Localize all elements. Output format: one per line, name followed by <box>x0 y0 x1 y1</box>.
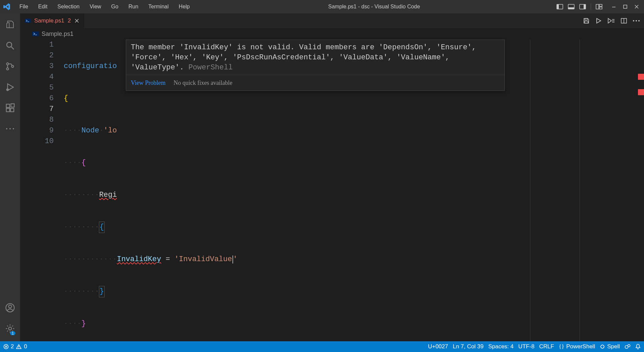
status-cursor-position[interactable]: Ln 7, Col 39 <box>453 343 484 350</box>
svg-rect-8 <box>599 7 602 9</box>
no-quick-fix-label: No quick fixes available <box>173 78 232 88</box>
error-hover-tooltip: The member 'InvalidKey' is not valid. Va… <box>126 40 505 91</box>
svg-rect-1 <box>557 4 559 9</box>
more-actions-icon[interactable] <box>633 20 640 22</box>
status-notifications-icon[interactable] <box>635 344 641 350</box>
status-feedback-icon[interactable] <box>625 344 631 350</box>
title-bar: File Edit Selection View Go Run Terminal… <box>0 0 644 13</box>
code-editor[interactable]: 1 2 3 4 5 6 7 8 9 10 configuratio { ····… <box>20 40 644 341</box>
window-close-icon[interactable] <box>632 3 641 10</box>
run-debug-action-icon[interactable] <box>607 17 615 24</box>
svg-point-52 <box>628 345 630 347</box>
powershell-file-icon <box>32 31 38 37</box>
editor-group: Sample.ps1 2 Sample.ps1 1 2 3 4 5 <box>20 13 644 341</box>
settings-badge: 1 <box>10 331 15 335</box>
status-language[interactable]: {} PowerShell <box>559 343 595 350</box>
svg-point-15 <box>6 63 8 65</box>
search-icon[interactable] <box>2 38 18 54</box>
status-bar: 2 0 U+0027 Ln 7, Col 39 Spaces: 4 UTF-8 … <box>0 341 644 352</box>
svg-point-26 <box>9 128 11 129</box>
settings-gear-icon[interactable]: 1 <box>2 320 18 337</box>
svg-point-41 <box>633 20 634 21</box>
svg-point-13 <box>7 42 12 47</box>
breadcrumb-file: Sample.ps1 <box>42 31 73 38</box>
error-count: 2 <box>11 343 14 350</box>
error-marker[interactable] <box>638 89 644 95</box>
breadcrumb[interactable]: Sample.ps1 <box>20 28 644 40</box>
layout-primary-side-icon[interactable] <box>555 3 565 10</box>
line-number-gutter: 1 2 3 4 5 6 7 8 9 10 <box>20 40 60 341</box>
svg-rect-7 <box>599 4 602 6</box>
status-codepoint[interactable]: U+0027 <box>428 343 448 350</box>
editor-actions <box>583 13 644 28</box>
svg-point-27 <box>13 128 14 129</box>
hover-source: PowerShell <box>184 63 232 72</box>
layout-secondary-side-icon[interactable] <box>578 3 587 10</box>
svg-rect-24 <box>11 104 14 107</box>
tab-sample-ps1[interactable]: Sample.ps1 2 <box>20 13 85 28</box>
window-controls <box>555 3 641 10</box>
status-eol[interactable]: CRLF <box>539 343 554 350</box>
svg-rect-5 <box>584 4 586 9</box>
customize-layout-icon[interactable] <box>594 3 604 10</box>
menu-run[interactable]: Run <box>125 2 142 11</box>
svg-rect-23 <box>10 108 14 112</box>
menu-file[interactable]: File <box>16 2 32 11</box>
tab-label: Sample.ps1 <box>34 17 64 24</box>
svg-point-29 <box>9 305 12 308</box>
error-marker[interactable] <box>638 74 644 80</box>
status-indentation[interactable]: Spaces: 4 <box>488 343 514 350</box>
window-title: Sample.ps1 - dsc - Visual Studio Code <box>193 4 555 10</box>
view-problem-link[interactable]: View Problem <box>131 78 165 88</box>
window-maximize-icon[interactable] <box>621 3 630 10</box>
accounts-icon[interactable] <box>2 300 18 316</box>
svg-rect-6 <box>596 4 599 9</box>
hover-message: The member 'InvalidKey' is not valid. Va… <box>131 43 476 72</box>
menu-terminal[interactable]: Terminal <box>145 2 172 11</box>
svg-rect-35 <box>585 21 588 23</box>
run-icon[interactable] <box>595 17 602 24</box>
menu-selection[interactable]: Selection <box>54 2 83 11</box>
warning-count: 0 <box>24 343 27 350</box>
svg-point-42 <box>636 20 637 21</box>
svg-rect-31 <box>25 19 31 23</box>
extensions-icon[interactable] <box>2 100 18 116</box>
menu-bar: File Edit Selection View Go Run Terminal… <box>16 2 193 11</box>
powershell-file-icon <box>25 18 31 24</box>
tab-problems-count: 2 <box>68 17 71 24</box>
run-debug-icon[interactable] <box>2 79 18 95</box>
svg-point-17 <box>11 65 13 67</box>
svg-point-43 <box>638 20 640 21</box>
svg-rect-21 <box>6 104 10 108</box>
layout-panel-icon[interactable] <box>567 3 576 10</box>
menu-edit[interactable]: Edit <box>35 2 51 11</box>
overview-ruler[interactable] <box>638 40 644 341</box>
svg-point-49 <box>19 348 19 348</box>
svg-rect-3 <box>568 7 574 9</box>
menu-go[interactable]: Go <box>108 2 122 11</box>
split-editor-icon[interactable] <box>621 17 627 24</box>
additional-views-icon[interactable] <box>2 121 18 137</box>
svg-point-25 <box>6 128 7 129</box>
tab-bar: Sample.ps1 2 <box>20 13 644 28</box>
status-encoding[interactable]: UTF-8 <box>518 343 534 350</box>
save-icon[interactable] <box>583 17 590 24</box>
menu-view[interactable]: View <box>86 2 104 11</box>
status-spell[interactable]: Spell <box>600 343 620 350</box>
source-control-icon[interactable] <box>2 58 18 74</box>
activity-bar: 1 <box>0 13 20 341</box>
menu-help[interactable]: Help <box>175 2 193 11</box>
svg-rect-22 <box>6 108 10 112</box>
explorer-icon[interactable] <box>2 17 18 33</box>
svg-line-14 <box>11 47 14 50</box>
svg-point-16 <box>6 68 8 70</box>
window-minimize-icon[interactable] <box>609 3 619 10</box>
vscode-logo-icon <box>3 3 13 11</box>
tab-close-icon[interactable] <box>74 18 79 23</box>
svg-point-30 <box>9 327 12 330</box>
svg-rect-10 <box>624 5 627 8</box>
svg-rect-44 <box>32 32 39 36</box>
status-problems[interactable]: 2 0 <box>3 343 27 350</box>
